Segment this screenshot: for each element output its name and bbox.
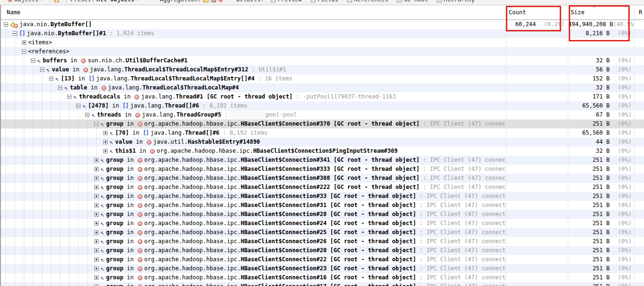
expand-icon[interactable]: [103, 140, 108, 144]
tree-indent-guide: [85, 282, 94, 286]
expand-icon[interactable]: [94, 212, 99, 217]
tree-row[interactable]: <references>: [0, 47, 644, 56]
class-name: ThreadLocal$ThreadLocalMap$Entry[]#4: [131, 74, 254, 83]
expand-icon[interactable]: [94, 203, 99, 207]
tree-row[interactable]: group in org.apache.hadoop.hbase.ipc.HBa…: [0, 174, 644, 183]
expand-icon[interactable]: [94, 167, 99, 171]
tree-row[interactable]: this$1 in org.apache.hadoop.hbase.ipc.HB…: [0, 147, 644, 156]
collapse-icon[interactable]: [31, 59, 35, 63]
tree-row[interactable]: group in org.apache.hadoop.hbase.ipc.HBa…: [0, 264, 644, 273]
tree-row[interactable]: [2478] in java.lang.Thread[]#6 : 8,192 i…: [0, 101, 644, 110]
objects-dropdown[interactable]: Objects ▾: [8, 0, 43, 3]
aggregate-packages-button[interactable]: [203, 0, 209, 2]
size-value: 251 B: [568, 201, 610, 210]
tree-cell-retained: [634, 210, 644, 219]
collapse-icon[interactable]: [22, 49, 26, 54]
collapse-icon[interactable]: [76, 104, 80, 108]
tree-row[interactable]: group in org.apache.hadoop.hbase.ipc.HBa…: [0, 228, 644, 237]
count-percent: [536, 210, 568, 219]
collapse-icon[interactable]: [58, 86, 62, 90]
class-name: HBaseClient$Connection#333 [GC root - th…: [241, 165, 420, 174]
expand-icon[interactable]: [103, 131, 108, 135]
tree-row[interactable]: group in org.apache.hadoop.hbase.ipc.HBa…: [0, 219, 644, 228]
sort-indicator-icon: ∨: [593, 5, 595, 9]
expand-icon[interactable]: [94, 158, 99, 162]
tree-row[interactable]: group in org.apache.hadoop.hbase.ipc.HBa…: [0, 156, 644, 165]
tree-row[interactable]: value in java.util.Hashtable$Entry#14890…: [0, 138, 644, 147]
count-value: [506, 237, 536, 246]
tree-row[interactable]: group in org.apache.hadoop.hbase.ipc.HBa…: [0, 237, 644, 246]
tree-row[interactable]: <items>: [0, 38, 644, 47]
expand-icon[interactable]: [94, 194, 99, 198]
details-button-references[interactable]: References: [347, 0, 388, 3]
aggregate-instances-button[interactable]: [218, 0, 223, 2]
tree-row[interactable]: group in org.apache.hadoop.hbase.ipc.HBa…: [0, 255, 644, 264]
expand-icon[interactable]: [94, 185, 99, 189]
tree-cell-count: [506, 237, 568, 246]
details-button-hierarchy[interactable]: Hierarchy: [437, 0, 475, 3]
collapse-icon[interactable]: [4, 22, 8, 27]
tree-row[interactable]: group in org.apache.hadoop.hbase.ipc.HBa…: [0, 165, 644, 174]
tree-indent-guide: [76, 210, 85, 219]
aggregate-classes-button[interactable]: [211, 0, 216, 2]
class-name: HBaseClient$Connection#20 [GC root - thr…: [241, 246, 416, 255]
expand-icon[interactable]: [94, 221, 99, 226]
expand-icon[interactable]: [94, 248, 99, 253]
field-name: group: [106, 237, 123, 246]
preset-dropdown[interactable]: Preset: All Objects ▾: [70, 0, 139, 3]
collapse-icon[interactable]: [67, 95, 71, 99]
tree-row[interactable]: java.nio.ByteBuffer[]#1 : 1,024 items8,2…: [0, 29, 644, 38]
collapse-icon[interactable]: [49, 77, 53, 81]
size-percent: (0%): [610, 119, 634, 128]
expand-icon[interactable]: [94, 266, 99, 271]
tree-row[interactable]: group in org.apache.hadoop.hbase.ipc.HBa…: [0, 273, 644, 282]
expand-icon[interactable]: [22, 40, 26, 45]
tree-row[interactable]: group in org.apache.hadoop.hbase.ipc.HBa…: [0, 282, 644, 286]
expand-icon[interactable]: [94, 176, 99, 180]
tree-cell-retained: [634, 156, 644, 165]
column-header-retained[interactable]: R: [634, 5, 644, 20]
column-header-size[interactable]: ∨Size: [568, 5, 634, 20]
tree-row[interactable]: java.nio.ByteBuffer[]60,244(0.1%)494,940…: [0, 20, 644, 29]
tree-indent-guide: [58, 156, 67, 165]
size-value: 251 B: [568, 228, 610, 237]
expand-icon[interactable]: [94, 257, 99, 262]
column-header-count[interactable]: Count: [506, 5, 568, 20]
tree-row[interactable]: buffers in sun.nio.ch.Util$BufferCache#1…: [0, 56, 644, 65]
collapse-icon[interactable]: [13, 31, 17, 36]
tree-indent-guide: [58, 273, 67, 282]
tree-row[interactable]: threads in java.lang.ThreadGroup#5 : poo…: [0, 110, 644, 119]
details-button-preview[interactable]: Preview: [271, 0, 302, 3]
tree-row[interactable]: group in org.apache.hadoop.hbase.ipc.HBa…: [0, 246, 644, 255]
tree-row[interactable]: group in org.apache.hadoop.hbase.ipc.HBa…: [0, 201, 644, 210]
package-name: java.nio.: [27, 29, 58, 38]
reference-arrow-icon: [101, 273, 104, 282]
package-name: java.lang.: [141, 92, 175, 101]
tree-cell-retained: [634, 65, 644, 74]
expand-icon[interactable]: [103, 149, 108, 153]
expand-icon[interactable]: [94, 239, 99, 244]
collapse-icon[interactable]: [94, 122, 99, 126]
tree-indent-guide: [40, 156, 49, 165]
tree-row[interactable]: group in org.apache.hadoop.hbase.ipc.HBa…: [0, 183, 644, 192]
tree-row[interactable]: group in org.apache.hadoop.hbase.ipc.HBa…: [0, 119, 644, 128]
expand-icon[interactable]: [94, 276, 99, 280]
chart-toggle-button[interactable]: [54, 0, 60, 2]
tree-indent-guide: [31, 273, 40, 282]
tree-row[interactable]: group in org.apache.hadoop.hbase.ipc.HBa…: [0, 192, 644, 201]
tree-row[interactable]: value in java.lang.ThreadLocal$ThreadLoc…: [0, 65, 644, 74]
tree-indent-guide: [49, 219, 58, 228]
size-value: 251 B: [568, 273, 610, 282]
tree-row[interactable]: [13] in java.lang.ThreadLocal$ThreadLoca…: [0, 74, 644, 83]
details-button-gc-root[interactable]: GC Root: [397, 0, 428, 3]
collapse-icon[interactable]: [40, 68, 44, 72]
tree-row[interactable]: table in java.lang.ThreadLocal$ThreadLoc…: [0, 83, 644, 92]
details-button-fields[interactable]: Fields: [311, 0, 338, 3]
count-percent: [536, 183, 568, 192]
tree-row[interactable]: threadLocals in java.lang.Thread#1 [GC r…: [0, 92, 644, 101]
collapse-icon[interactable]: [85, 113, 90, 117]
column-header-name[interactable]: Name: [0, 5, 506, 20]
tree-row[interactable]: group in org.apache.hadoop.hbase.ipc.HBa…: [0, 210, 644, 219]
expand-icon[interactable]: [94, 230, 99, 235]
tree-row[interactable]: [70] in java.lang.Thread[]#6 : 8,192 ite…: [0, 128, 644, 138]
